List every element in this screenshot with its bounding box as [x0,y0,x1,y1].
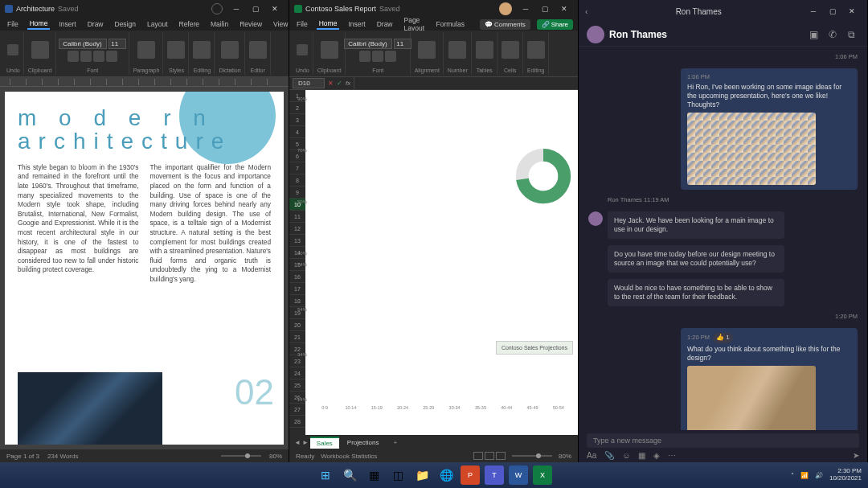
chat-message[interactable]: 1:06 PMHi Ron, I've been working on some… [588,68,858,190]
clock[interactable]: 2:30 PM 10/20/2021 [829,468,862,482]
menu-file[interactable]: File [294,19,310,29]
video-call-icon[interactable]: ▣ [809,29,821,40]
paste-icon[interactable] [321,41,338,59]
menu-home[interactable]: Home [27,18,51,30]
attach-icon[interactable]: 📎 [604,451,614,460]
chat-message[interactable]: Would be nice to have something to be ab… [588,279,858,306]
emoji-icon[interactable]: ☺ [622,451,630,460]
menu-design[interactable]: Design [113,19,138,29]
chat-message[interactable]: Do you have time today before our design… [588,245,858,273]
editor-icon[interactable] [249,41,267,59]
word-icon[interactable]: W [509,465,528,485]
message-image[interactable] [687,113,816,185]
font-name-select[interactable] [344,39,392,49]
menu-draw[interactable]: Draw [85,19,106,29]
back-icon[interactable]: ‹ [585,7,588,16]
workbook-stats[interactable]: Workbook Statistics [321,453,377,460]
menu-insert[interactable]: Insert [56,19,78,29]
undo-icon[interactable] [297,44,308,55]
menu-draw[interactable]: Draw [375,19,395,29]
align-icon[interactable] [418,41,436,59]
close-button[interactable]: ✕ [555,2,573,15]
italic-icon[interactable] [372,51,383,62]
more-icon[interactable]: ⋯ [668,451,676,460]
menu-formulas[interactable]: Formulas [434,19,467,29]
maximize-button[interactable]: ▢ [247,2,264,15]
menu-insert[interactable]: Insert [346,19,367,29]
send-icon[interactable]: ➤ [853,451,859,460]
sheet-nav-prev[interactable]: ◄ [294,439,301,446]
menu-file[interactable]: File [5,19,21,29]
sheet-nav-next[interactable]: ► [302,439,309,446]
zoom-slider[interactable] [512,455,552,457]
zoom-level[interactable]: 80% [269,453,282,460]
powerpoint-icon[interactable]: P [461,465,480,485]
contact-avatar[interactable] [587,26,604,43]
menu-mailings[interactable]: Mailin [208,19,231,29]
dictate-icon[interactable] [221,41,239,59]
underline-icon[interactable] [385,51,396,62]
search-icon[interactable] [211,3,223,14]
message-input[interactable]: Type a new message [587,433,859,448]
user-avatar[interactable] [499,2,512,15]
editing-icon[interactable] [193,41,211,59]
enter-icon[interactable]: ✓ [337,80,342,87]
comments-button[interactable]: 💬 Comments [480,19,530,30]
zoom-slider[interactable] [221,455,261,457]
paragraph-icon[interactable] [137,41,155,59]
tables-icon[interactable] [476,41,493,59]
font-size-select[interactable] [108,39,126,49]
format-icon[interactable]: Aa [587,451,596,460]
volume-icon[interactable]: 🔊 [815,472,823,479]
cancel-icon[interactable]: ✕ [328,80,334,87]
italic-icon[interactable] [80,51,92,62]
zoom-level[interactable]: 80% [559,453,571,460]
menu-references[interactable]: Refere [177,19,203,29]
message-image[interactable] [687,366,816,430]
wifi-icon[interactable]: 📶 [800,472,809,479]
sheet-tab-sales[interactable]: Sales [310,437,339,449]
page-indicator[interactable]: Page 1 of 3 [6,453,39,460]
gif-icon[interactable]: ▦ [638,451,645,460]
excel-titlebar[interactable]: Contoso Sales Report Saved ─ ▢ ✕ [289,0,578,18]
font-size-select[interactable] [394,39,411,49]
close-button[interactable]: ✕ [266,2,284,15]
widgets-icon[interactable]: ◫ [388,465,407,485]
minimize-button[interactable]: ─ [227,2,245,15]
number-icon[interactable] [448,41,466,59]
row-header[interactable]: 28 [289,416,305,428]
chat-messages[interactable]: 1:06 PM1:06 PMHi Ron, I've been working … [579,47,867,430]
chat-message[interactable]: 1:20 PM👍 1What do you think about someth… [588,328,858,430]
menu-home[interactable]: Home [317,18,340,30]
bold-icon[interactable] [68,51,79,62]
font-name-select[interactable] [59,39,107,49]
explorer-icon[interactable]: 📁 [412,465,432,485]
word-count[interactable]: 234 Words [47,453,79,460]
excel-icon[interactable]: X [533,465,552,485]
ruler[interactable] [0,77,289,87]
styles-icon[interactable] [167,41,185,59]
close-button[interactable]: ✕ [843,5,861,18]
menu-view[interactable]: View [271,19,290,29]
edge-icon[interactable]: 🌐 [436,465,456,485]
minimize-button[interactable]: ─ [517,2,534,15]
popout-icon[interactable]: ⧉ [848,29,859,40]
audio-call-icon[interactable]: ✆ [829,29,840,40]
view-mode-icons[interactable] [473,452,506,460]
chat-message[interactable]: Hey Jack. We have been looking for a mai… [588,211,858,239]
share-button[interactable]: 🔗 Share [537,19,573,30]
teams-titlebar[interactable]: ‹ Ron Thames ─ ▢ ✕ [579,0,867,23]
maximize-button[interactable]: ▢ [536,2,554,15]
search-icon[interactable]: 🔍 [340,465,359,485]
name-box[interactable]: D10 [293,78,325,88]
paste-icon[interactable] [31,41,49,59]
editing-icon[interactable] [527,41,545,59]
menu-layout[interactable]: Layout [145,19,170,29]
bold-icon[interactable] [359,51,371,62]
sheet-tab-projections[interactable]: Projections [341,437,386,448]
document-canvas[interactable]: m o d e r n architecture This style bega… [0,87,289,449]
menu-review[interactable]: Review [237,19,264,29]
undo-icon[interactable] [7,44,18,55]
word-titlebar[interactable]: Architecture Saved ─ ▢ ✕ [0,0,289,18]
cells-icon[interactable] [502,41,519,59]
